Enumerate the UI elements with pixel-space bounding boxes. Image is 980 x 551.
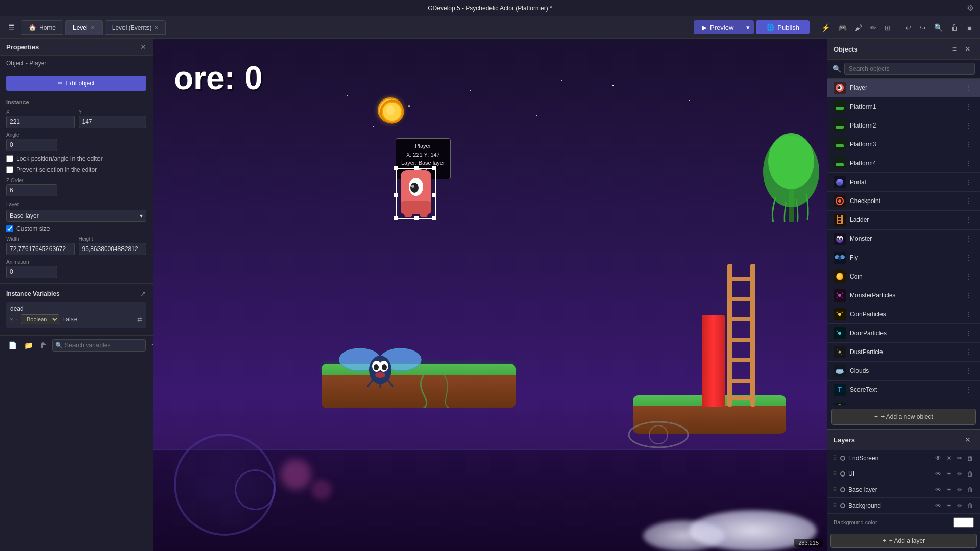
layer-edit-background-button[interactable]: ✏ [955,501,964,510]
obj-menu-scoretext[interactable]: ⋮ [963,385,974,395]
edit-object-button[interactable]: ✏ Edit object [6,76,146,91]
obj-item-platform2[interactable]: Platform2 ⋮ [827,116,980,135]
obj-item-clouds[interactable]: Clouds ⋮ [827,362,980,381]
tool-button-4[interactable]: ✏ [867,21,879,34]
obj-item-checkpoint[interactable]: Checkpoint ⋮ [827,192,980,211]
preview-dropdown-button[interactable]: ▾ [742,20,754,34]
obj-menu-platform4[interactable]: ⋮ [963,158,974,168]
obj-menu-platform1[interactable]: ⋮ [963,102,974,112]
obj-item-monster[interactable]: Monster ⋮ [827,230,980,248]
obj-item-fly[interactable]: Fly ⋮ [827,248,980,267]
layer-drag-baselayer[interactable]: ⠿ [832,486,837,493]
tab-level[interactable]: Level ✕ [65,20,103,35]
animation-input[interactable] [6,266,57,278]
handle-bl[interactable] [394,216,398,220]
vars-search-input[interactable] [52,339,146,352]
layer-drag-ui[interactable]: ⠿ [832,470,837,478]
layer-sun-background-button[interactable]: ☀ [945,501,953,510]
obj-item-coin[interactable]: Coin ⋮ [827,267,980,286]
obj-item-portal[interactable]: Portal ⋮ [827,173,980,192]
tab-level-close[interactable]: ✕ [91,24,95,30]
obj-item-backgroundplants[interactable]: BackgroundPlants ⋮ [827,399,980,405]
obj-item-player[interactable]: Player ⋮ [827,79,980,97]
var-type-select[interactable]: Boolean String Number [21,314,59,324]
obj-menu-doorparticles[interactable]: ⋮ [963,328,974,338]
vars-delete-button[interactable]: 🗑 [38,340,49,350]
canvas-area[interactable]: ore: 0 Player X: 221 Y: 147 Layer: Base … [153,39,827,551]
instance-vars-external-link-button[interactable]: ↗ [140,290,146,298]
obj-menu-monsterparticles[interactable]: ⋮ [963,290,974,300]
layer-dropdown[interactable]: Base layer ▾ [6,210,146,222]
handle-ml[interactable] [394,193,398,197]
undo-button[interactable]: ↩ [902,21,915,34]
add-variable-button[interactable]: + [149,339,153,352]
obj-menu-player[interactable]: ⋮ [963,83,974,93]
delete-button[interactable]: 🗑 [948,21,961,34]
layer-sun-ui-button[interactable]: ☀ [945,469,953,479]
tool-button-3[interactable]: 🖌 [852,21,865,34]
obj-menu-fly[interactable]: ⋮ [963,253,974,263]
obj-item-platform1[interactable]: Platform1 ⋮ [827,97,980,116]
obj-menu-dustparticle[interactable]: ⋮ [963,347,974,357]
objects-filter-button[interactable]: ≡ [949,43,960,55]
grid-button[interactable]: ▣ [963,21,976,34]
custom-size-checkbox[interactable] [6,225,13,232]
obj-menu-checkpoint[interactable]: ⋮ [963,196,974,206]
x-input[interactable] [6,116,75,128]
vars-new-folder-button[interactable]: 📁 [22,340,35,350]
tool-button-1[interactable]: ⚡ [818,21,833,34]
obj-menu-portal[interactable]: ⋮ [963,177,974,187]
publish-button[interactable]: 🌐 Publish [756,20,810,34]
layer-drag-endscreen[interactable]: ⠿ [832,455,837,462]
obj-menu-backgroundplants[interactable]: ⋮ [963,404,974,405]
obj-menu-platform2[interactable]: ⋮ [963,120,974,131]
layer-vis-baselayer-button[interactable]: 👁 [934,485,943,494]
layer-edit-endscreen-button[interactable]: ✏ [955,454,964,463]
tab-home[interactable]: 🏠 Home [21,20,63,35]
angle-input[interactable] [6,139,57,151]
lock-position-checkbox[interactable] [6,155,13,162]
redo-button[interactable]: ↪ [917,21,929,34]
layer-vis-background-button[interactable]: 👁 [934,501,943,510]
tool-button-2[interactable]: 🎮 [835,21,850,34]
layer-delete-background-button[interactable]: 🗑 [966,501,975,510]
layer-vis-ui-button[interactable]: 👁 [934,469,943,479]
obj-menu-clouds[interactable]: ⋮ [963,366,974,376]
layer-sun-endscreen-button[interactable]: ☀ [945,454,953,463]
handle-tl[interactable] [394,166,398,170]
y-input[interactable] [79,116,147,128]
add-layer-button[interactable]: + + Add a layer [830,534,977,548]
properties-panel-close-button[interactable]: ✕ [140,43,146,51]
tab-level-events[interactable]: Level (Events) ✕ [105,20,166,35]
obj-menu-coin[interactable]: ⋮ [963,271,974,282]
obj-item-dustparticle[interactable]: DustParticle ⋮ [827,343,980,362]
hamburger-menu-button[interactable]: ☰ [4,21,19,34]
obj-item-doorparticles[interactable]: DoorParticles ⋮ [827,324,980,343]
height-input[interactable] [79,243,147,255]
zoom-button[interactable]: 🔍 [931,21,946,34]
width-input[interactable] [6,243,75,255]
obj-item-coinparticles[interactable]: CoinParticles ⋮ [827,305,980,324]
obj-menu-platform3[interactable]: ⋮ [963,139,974,149]
vars-new-group-button[interactable]: 📄 [6,340,19,350]
obj-item-ladder[interactable]: Ladder ⋮ [827,211,980,230]
objects-close-button[interactable]: ✕ [962,43,974,55]
obj-menu-monster[interactable]: ⋮ [963,234,974,244]
handle-tc[interactable] [414,166,419,170]
bg-color-swatch[interactable] [953,517,974,528]
layer-delete-endscreen-button[interactable]: 🗑 [966,454,975,463]
layer-sun-baselayer-button[interactable]: ☀ [945,485,953,494]
obj-item-monsterparticles[interactable]: MonsterParticles ⋮ [827,286,980,305]
layer-delete-ui-button[interactable]: 🗑 [966,469,975,479]
layer-delete-baselayer-button[interactable]: 🗑 [966,485,975,494]
player-selection[interactable] [398,170,434,219]
tool-button-5[interactable]: ⊞ [881,21,894,34]
zorder-input[interactable] [6,184,57,196]
objects-search-input[interactable] [844,63,975,75]
obj-menu-coinparticles[interactable]: ⋮ [963,309,974,319]
add-object-button[interactable]: + + Add a new object [831,409,976,425]
layers-close-button[interactable]: ✕ [962,434,974,446]
obj-item-platform4[interactable]: Platform4 ⋮ [827,154,980,173]
obj-item-scoretext[interactable]: T ScoreText ⋮ [827,381,980,399]
prevent-selection-checkbox[interactable] [6,166,13,173]
